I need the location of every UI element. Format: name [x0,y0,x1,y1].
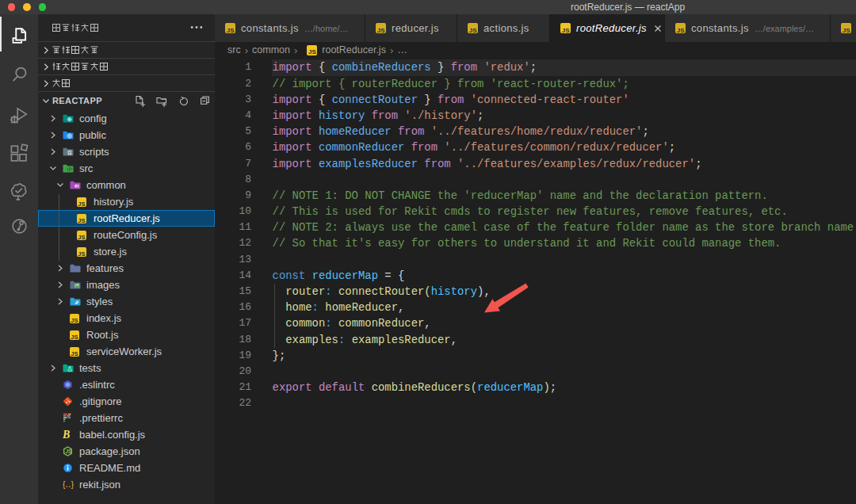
svg-text:{..}: {..} [63,481,74,490]
svg-text:JS: JS [65,449,72,454]
